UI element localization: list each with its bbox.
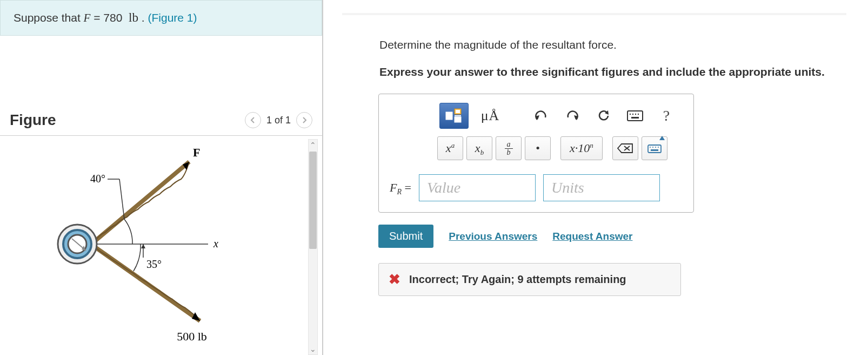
template-icon xyxy=(445,108,463,124)
svg-rect-29 xyxy=(631,117,639,119)
redo-button[interactable] xyxy=(559,103,585,129)
actions-row: Submit Previous Answers Request Answer xyxy=(378,225,868,248)
problem-statement: Suppose that F = 780 lb . (Figure 1) xyxy=(0,0,322,36)
units-button[interactable]: μÅ xyxy=(474,103,506,129)
toolbar-row-2: xa xb ab • x·10n xyxy=(388,136,685,160)
question-prompt: Determine the magnitude of the resultant… xyxy=(379,38,868,51)
fraction-button[interactable]: ab xyxy=(496,136,522,160)
feedback-box: ✖ Incorrect; Try Again; 9 attempts remai… xyxy=(378,263,681,296)
backspace-icon xyxy=(617,143,633,154)
reset-button[interactable] xyxy=(591,103,617,129)
dot-button[interactable]: • xyxy=(525,136,551,160)
left-pane: Suppose that F = 780 lb . (Figure 1) Fig… xyxy=(0,0,323,355)
undo-button[interactable] xyxy=(528,103,554,129)
pager-next-button[interactable] xyxy=(296,112,312,128)
problem-after: . xyxy=(138,11,148,24)
scrollbar-thumb[interactable] xyxy=(309,152,317,249)
chevron-right-icon xyxy=(301,117,308,123)
scientific-button[interactable]: x·10n xyxy=(560,136,603,160)
scroll-down-icon[interactable]: ⌄ xyxy=(310,344,316,354)
redo-icon xyxy=(565,110,579,122)
help-button[interactable]: ? xyxy=(653,103,679,129)
scroll-up-icon[interactable]: ⌃ xyxy=(310,140,316,150)
svg-point-13 xyxy=(68,235,86,253)
svg-point-27 xyxy=(635,114,636,115)
problem-var: F xyxy=(84,11,91,24)
previous-answers-link[interactable]: Previous Answers xyxy=(449,231,537,242)
svg-rect-32 xyxy=(648,145,661,153)
svg-point-34 xyxy=(650,147,651,148)
angle-top-label: 40° xyxy=(90,173,105,185)
pager-label: 1 of 1 xyxy=(266,115,291,126)
incorrect-icon: ✖ xyxy=(389,271,400,288)
backspace-button[interactable] xyxy=(612,136,638,160)
svg-rect-24 xyxy=(627,111,643,121)
svg-rect-18 xyxy=(456,110,460,113)
angle-bottom-label: 35° xyxy=(146,258,162,270)
question-block: Determine the magnitude of the resultant… xyxy=(379,38,868,78)
figure-pager: 1 of 1 xyxy=(245,112,312,128)
superscript-button[interactable]: xa xyxy=(437,136,463,160)
problem-prefix: Suppose that xyxy=(14,11,84,24)
section-divider xyxy=(342,13,846,15)
reset-icon xyxy=(597,109,611,123)
svg-point-35 xyxy=(652,147,653,148)
svg-point-25 xyxy=(630,114,631,115)
figure-diagram: x F 40° xyxy=(51,136,241,355)
pager-prev-button[interactable] xyxy=(245,112,261,128)
keyboard-small-button[interactable] xyxy=(642,136,667,160)
svg-point-28 xyxy=(638,114,639,115)
figure-scrollbar[interactable]: ⌃ ⌄ xyxy=(308,139,318,355)
svg-marker-10 xyxy=(141,244,145,248)
svg-rect-33 xyxy=(651,149,658,151)
template-button[interactable] xyxy=(439,103,469,129)
right-pane: Determine the magnitude of the resultant… xyxy=(323,0,868,355)
chevron-up-icon xyxy=(659,136,665,140)
svg-point-36 xyxy=(655,147,656,148)
submit-button[interactable]: Submit xyxy=(378,225,433,248)
svg-rect-16 xyxy=(446,112,452,120)
toolbar-row-1: μÅ ? xyxy=(388,103,685,129)
answer-label: FR = xyxy=(390,181,411,195)
figure-heading: Figure xyxy=(10,111,56,129)
force-bottom-label: 500 lb xyxy=(177,330,207,343)
answer-row: FR = xyxy=(388,174,685,201)
svg-line-6 xyxy=(119,179,124,219)
keyboard-small-icon xyxy=(647,143,662,153)
svg-marker-38 xyxy=(659,136,665,140)
svg-point-37 xyxy=(658,147,659,148)
input-panel: μÅ ? xa xb xyxy=(378,94,694,213)
subscript-button[interactable]: xb xyxy=(466,136,492,160)
force-top-label: F xyxy=(193,146,200,159)
keyboard-icon xyxy=(627,110,643,121)
keyboard-button[interactable] xyxy=(622,103,648,129)
question-instructions: Express your answer to three significant… xyxy=(379,65,868,78)
chevron-left-icon xyxy=(250,117,256,123)
svg-point-26 xyxy=(632,114,633,115)
units-input[interactable] xyxy=(543,174,660,201)
feedback-text: Incorrect; Try Again; 9 attempts remaini… xyxy=(409,273,626,286)
problem-eq: = 780 xyxy=(90,11,129,24)
request-answer-link[interactable]: Request Answer xyxy=(552,231,632,242)
svg-rect-19 xyxy=(455,117,461,122)
figure-header: Figure 1 of 1 xyxy=(0,111,322,129)
axis-label: x xyxy=(213,238,218,249)
undo-icon xyxy=(534,110,548,122)
problem-unit: lb xyxy=(129,11,138,24)
figure-body: x F 40° xyxy=(0,136,322,355)
figure-link[interactable]: (Figure 1) xyxy=(148,11,197,24)
value-input[interactable] xyxy=(419,174,536,201)
